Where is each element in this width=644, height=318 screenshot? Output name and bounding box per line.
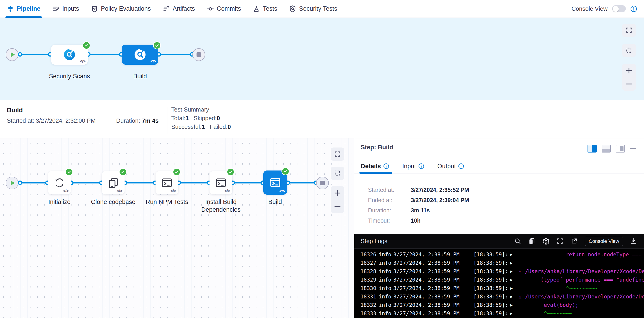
- expand-chevron[interactable]: ▶: [510, 276, 518, 284]
- step-details-panel: Step: Build Details Input Output Started…: [354, 138, 644, 318]
- step-node-initialize[interactable]: </>: [48, 171, 71, 194]
- label-line2: Dependencies: [194, 206, 248, 214]
- step-graph-canvas[interactable]: </> Initialize </> Clone codebase </> Ru…: [0, 138, 354, 318]
- edge-endpoint[interactable]: [18, 52, 22, 57]
- search-icon[interactable]: [514, 238, 522, 245]
- log-text: ⚠/Users/anka/Library/Developer/Xcode/De: [518, 293, 644, 301]
- successful-label: Successful:: [171, 123, 202, 130]
- open-in-new-icon[interactable]: [571, 238, 578, 245]
- nav-right-controls: Console View: [571, 5, 637, 12]
- stage-title: Build: [7, 106, 23, 114]
- tab-policy-evaluations[interactable]: Policy Evaluations: [91, 0, 151, 18]
- download-icon[interactable]: [630, 238, 637, 245]
- label-line1: Install Build: [194, 198, 248, 206]
- tests-icon: [253, 5, 260, 12]
- layout-floating-panel-icon[interactable]: [616, 145, 625, 153]
- settings-gear-icon[interactable]: [542, 238, 550, 245]
- play-icon: [11, 181, 15, 186]
- fullscreen-icon[interactable]: [556, 238, 564, 245]
- line-number: 18328: [354, 267, 379, 276]
- expand-chevron[interactable]: ▶: [510, 301, 518, 309]
- log-text: return node.nodeType ===: [518, 250, 644, 259]
- console-view-label: Console View: [571, 5, 608, 12]
- step-node-label: Install Build Dependencies: [194, 198, 248, 214]
- success-badge: [282, 167, 290, 175]
- input-info-icon[interactable]: [418, 163, 424, 169]
- edge: [179, 182, 210, 183]
- tab-inputs[interactable]: Inputs: [52, 0, 79, 18]
- artifacts-icon: [162, 5, 170, 12]
- log-row: 18333info3/27/2024, 2:38:59 PM[18:38:59]…: [354, 309, 644, 318]
- step-node-run-npm-tests[interactable]: </>: [156, 171, 178, 194]
- code-icon: </>: [117, 189, 122, 194]
- tab-security-tests[interactable]: Security Tests: [289, 0, 337, 18]
- stop-icon: [320, 181, 325, 185]
- tab-input[interactable]: Input: [402, 159, 424, 173]
- tab-tests[interactable]: Tests: [253, 0, 277, 18]
- detail-value: 3/27/2024, 2:35:52 PM: [411, 187, 570, 193]
- detail-row-duration: Duration: 3m 11s: [368, 207, 391, 214]
- stage-graph-canvas[interactable]: </> Security Scans </> Build: [0, 18, 644, 100]
- tab-details[interactable]: Details: [361, 159, 389, 173]
- expand-chevron[interactable]: ▶: [510, 259, 518, 267]
- tab-output[interactable]: Output: [438, 159, 464, 173]
- zoom-in-button[interactable]: [334, 189, 341, 197]
- warning-icon: ⚠: [518, 294, 522, 300]
- tab-commits[interactable]: Commits: [207, 0, 241, 18]
- success-badge: [65, 168, 73, 176]
- step-node-build[interactable]: </>: [263, 171, 287, 195]
- layout-bottom-panel-icon[interactable]: [602, 145, 611, 153]
- console-view-toggle[interactable]: [612, 5, 626, 12]
- stage-canvas-fullscreen-button[interactable]: [622, 24, 636, 37]
- log-text: ⚠/Users/anka/Library/Developer/Xcode/De: [518, 267, 644, 276]
- copy-icon[interactable]: [528, 238, 536, 245]
- zoom-out-button[interactable]: [334, 203, 341, 210]
- security-tests-icon: [289, 5, 296, 12]
- step-canvas-fullscreen-button[interactable]: [331, 147, 344, 161]
- log-row: 18331info3/27/2024, 2:38:59 PM[18:38:59]…: [354, 293, 644, 301]
- active-tab-underline: [6, 16, 42, 18]
- tab-artifacts[interactable]: Artifacts: [162, 0, 195, 18]
- terminal-icon: [215, 177, 227, 189]
- step-start-node[interactable]: [6, 177, 18, 189]
- zoom-in-button[interactable]: [625, 67, 633, 74]
- step-node-install-build-dependencies[interactable]: </>: [210, 171, 232, 194]
- details-info-icon[interactable]: [383, 163, 389, 169]
- minimize-panel-icon[interactable]: [630, 148, 636, 149]
- stage-canvas-select-button[interactable]: [622, 44, 636, 57]
- edge: [19, 182, 48, 183]
- log-time: [18:38:59]:: [474, 276, 510, 284]
- log-lines: 18326info3/27/2024, 2:38:59 PM[18:38:59]…: [354, 249, 644, 318]
- line-number: 18333: [354, 309, 379, 318]
- log-date: 3/27/2024, 2:38:59 PM: [393, 309, 474, 318]
- console-view-button[interactable]: Console View: [585, 237, 623, 246]
- expand-chevron[interactable]: ▶: [510, 267, 518, 276]
- expand-chevron[interactable]: ▶: [510, 250, 518, 259]
- stage-node-security-scans[interactable]: </>: [51, 45, 88, 65]
- expand-chevron[interactable]: ▶: [510, 284, 518, 293]
- edge: [126, 182, 156, 183]
- log-text-content: /Users/anka/Library/Developer/Xcode/De: [525, 294, 644, 300]
- tab-pipeline[interactable]: Pipeline: [7, 0, 40, 18]
- edge-endpoint[interactable]: [18, 181, 22, 185]
- detail-label: Timeout:: [368, 217, 390, 224]
- edge: [160, 54, 192, 55]
- commits-icon: [207, 5, 214, 12]
- step-end-node[interactable]: [316, 177, 329, 189]
- output-info-icon[interactable]: [458, 163, 464, 169]
- log-row: 18326info3/27/2024, 2:38:59 PM[18:38:59]…: [354, 250, 644, 259]
- expand-chevron[interactable]: ▶: [510, 293, 518, 301]
- log-time: [18:38:59]:: [474, 301, 510, 309]
- console-view-info-icon[interactable]: [630, 5, 637, 12]
- log-level: info: [379, 267, 393, 276]
- zoom-out-button[interactable]: [625, 80, 633, 88]
- stage-start-node[interactable]: [6, 48, 18, 61]
- layout-right-panel-icon[interactable]: [588, 145, 597, 153]
- expand-chevron[interactable]: ▶: [510, 309, 518, 318]
- tab-label: Details: [361, 163, 381, 170]
- log-level: info: [379, 284, 393, 293]
- step-canvas-select-button[interactable]: [331, 167, 344, 180]
- stage-end-node[interactable]: [192, 48, 205, 61]
- step-node-clone-codebase[interactable]: </>: [102, 171, 124, 194]
- stage-node-build[interactable]: </>: [122, 45, 158, 65]
